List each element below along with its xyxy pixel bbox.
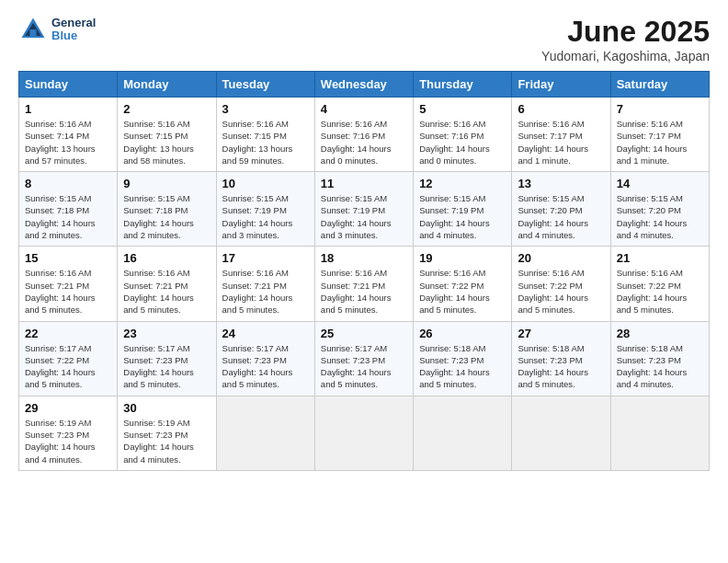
subtitle: Yudomari, Kagoshima, Japan <box>541 49 710 63</box>
calendar-cell <box>414 396 512 470</box>
logo-icon <box>18 15 48 44</box>
calendar-cell: 9Sunrise: 5:15 AM Sunset: 7:18 PM Daylig… <box>118 172 216 247</box>
calendar-cell: 15Sunrise: 5:16 AM Sunset: 7:21 PM Dayli… <box>19 247 118 321</box>
cell-content: Sunrise: 5:16 AM Sunset: 7:22 PM Dayligh… <box>419 267 506 316</box>
day-number: 1 <box>25 102 111 116</box>
day-number: 8 <box>25 177 111 190</box>
cell-content: Sunrise: 5:16 AM Sunset: 7:22 PM Dayligh… <box>617 267 703 316</box>
calendar-header-row: Sunday Monday Tuesday Wednesday Thursday… <box>19 72 710 98</box>
day-number: 26 <box>419 327 506 340</box>
calendar-cell: 22Sunrise: 5:17 AM Sunset: 7:22 PM Dayli… <box>19 321 118 396</box>
cell-content: Sunrise: 5:19 AM Sunset: 7:23 PM Dayligh… <box>25 417 111 465</box>
day-number: 28 <box>617 327 703 340</box>
col-sunday: Sunday <box>19 72 118 98</box>
cell-content: Sunrise: 5:16 AM Sunset: 7:17 PM Dayligh… <box>617 118 703 167</box>
day-number: 14 <box>617 177 703 190</box>
col-monday: Monday <box>118 72 216 98</box>
cell-content: Sunrise: 5:16 AM Sunset: 7:16 PM Dayligh… <box>321 118 407 167</box>
logo: General Blue <box>18 15 96 44</box>
calendar-cell: 10Sunrise: 5:15 AM Sunset: 7:19 PM Dayli… <box>216 172 314 247</box>
calendar-week-3: 15Sunrise: 5:16 AM Sunset: 7:21 PM Dayli… <box>19 247 710 321</box>
col-wednesday: Wednesday <box>314 72 413 98</box>
calendar-cell: 17Sunrise: 5:16 AM Sunset: 7:21 PM Dayli… <box>216 247 314 321</box>
cell-content: Sunrise: 5:16 AM Sunset: 7:15 PM Dayligh… <box>123 118 210 167</box>
calendar-cell: 28Sunrise: 5:18 AM Sunset: 7:23 PM Dayli… <box>610 321 709 396</box>
calendar-cell: 5Sunrise: 5:16 AM Sunset: 7:16 PM Daylig… <box>414 98 512 172</box>
calendar-cell: 2Sunrise: 5:16 AM Sunset: 7:15 PM Daylig… <box>118 98 216 172</box>
day-number: 3 <box>222 102 309 116</box>
day-number: 25 <box>321 327 407 340</box>
calendar-cell <box>314 396 413 470</box>
day-number: 13 <box>518 177 604 190</box>
day-number: 29 <box>25 401 111 415</box>
day-number: 30 <box>123 401 210 415</box>
calendar-cell: 27Sunrise: 5:18 AM Sunset: 7:23 PM Dayli… <box>512 321 610 396</box>
logo-text: General Blue <box>51 17 96 43</box>
cell-content: Sunrise: 5:15 AM Sunset: 7:20 PM Dayligh… <box>518 192 604 241</box>
calendar-cell: 16Sunrise: 5:16 AM Sunset: 7:21 PM Dayli… <box>118 247 216 321</box>
calendar-cell: 12Sunrise: 5:15 AM Sunset: 7:19 PM Dayli… <box>414 172 512 247</box>
calendar-cell: 30Sunrise: 5:19 AM Sunset: 7:23 PM Dayli… <box>118 396 216 470</box>
day-number: 4 <box>321 102 407 116</box>
cell-content: Sunrise: 5:16 AM Sunset: 7:14 PM Dayligh… <box>25 118 111 167</box>
cell-content: Sunrise: 5:16 AM Sunset: 7:15 PM Dayligh… <box>222 118 309 167</box>
calendar-cell <box>512 396 610 470</box>
day-number: 10 <box>222 177 309 190</box>
cell-content: Sunrise: 5:18 AM Sunset: 7:23 PM Dayligh… <box>617 342 703 391</box>
cell-content: Sunrise: 5:16 AM Sunset: 7:21 PM Dayligh… <box>321 267 407 316</box>
title-block: June 2025 Yudomari, Kagoshima, Japan <box>541 15 710 63</box>
day-number: 21 <box>617 251 703 265</box>
day-number: 27 <box>518 327 604 340</box>
cell-content: Sunrise: 5:15 AM Sunset: 7:19 PM Dayligh… <box>419 192 506 241</box>
calendar-week-2: 8Sunrise: 5:15 AM Sunset: 7:18 PM Daylig… <box>19 172 710 247</box>
col-friday: Friday <box>512 72 610 98</box>
cell-content: Sunrise: 5:16 AM Sunset: 7:21 PM Dayligh… <box>222 267 309 316</box>
day-number: 15 <box>25 251 111 265</box>
day-number: 7 <box>617 102 703 116</box>
calendar-week-1: 1Sunrise: 5:16 AM Sunset: 7:14 PM Daylig… <box>19 98 710 172</box>
cell-content: Sunrise: 5:15 AM Sunset: 7:18 PM Dayligh… <box>25 192 111 241</box>
calendar-cell: 18Sunrise: 5:16 AM Sunset: 7:21 PM Dayli… <box>314 247 413 321</box>
day-number: 9 <box>123 177 210 190</box>
calendar-cell: 4Sunrise: 5:16 AM Sunset: 7:16 PM Daylig… <box>314 98 413 172</box>
calendar-cell: 19Sunrise: 5:16 AM Sunset: 7:22 PM Dayli… <box>414 247 512 321</box>
day-number: 19 <box>419 251 506 265</box>
cell-content: Sunrise: 5:17 AM Sunset: 7:23 PM Dayligh… <box>123 342 210 391</box>
day-number: 2 <box>123 102 210 116</box>
day-number: 17 <box>222 251 309 265</box>
day-number: 23 <box>123 327 210 340</box>
calendar-cell: 14Sunrise: 5:15 AM Sunset: 7:20 PM Dayli… <box>610 172 709 247</box>
calendar-cell: 21Sunrise: 5:16 AM Sunset: 7:22 PM Dayli… <box>610 247 709 321</box>
calendar-table: Sunday Monday Tuesday Wednesday Thursday… <box>18 71 710 471</box>
cell-content: Sunrise: 5:15 AM Sunset: 7:18 PM Dayligh… <box>123 192 210 241</box>
cell-content: Sunrise: 5:16 AM Sunset: 7:21 PM Dayligh… <box>25 267 111 316</box>
calendar-cell: 13Sunrise: 5:15 AM Sunset: 7:20 PM Dayli… <box>512 172 610 247</box>
day-number: 18 <box>321 251 407 265</box>
calendar-cell: 1Sunrise: 5:16 AM Sunset: 7:14 PM Daylig… <box>19 98 118 172</box>
day-number: 12 <box>419 177 506 190</box>
calendar-cell: 20Sunrise: 5:16 AM Sunset: 7:22 PM Dayli… <box>512 247 610 321</box>
calendar-cell: 7Sunrise: 5:16 AM Sunset: 7:17 PM Daylig… <box>610 98 709 172</box>
cell-content: Sunrise: 5:15 AM Sunset: 7:19 PM Dayligh… <box>321 192 407 241</box>
header: General Blue June 2025 Yudomari, Kagoshi… <box>18 15 710 63</box>
calendar-cell: 24Sunrise: 5:17 AM Sunset: 7:23 PM Dayli… <box>216 321 314 396</box>
day-number: 22 <box>25 327 111 340</box>
day-number: 11 <box>321 177 407 190</box>
calendar-cell <box>610 396 709 470</box>
day-number: 6 <box>518 102 604 116</box>
main-title: June 2025 <box>541 15 710 49</box>
day-number: 16 <box>123 251 210 265</box>
col-saturday: Saturday <box>610 72 709 98</box>
calendar-cell: 11Sunrise: 5:15 AM Sunset: 7:19 PM Dayli… <box>314 172 413 247</box>
col-tuesday: Tuesday <box>216 72 314 98</box>
calendar-cell: 23Sunrise: 5:17 AM Sunset: 7:23 PM Dayli… <box>118 321 216 396</box>
calendar-week-5: 29Sunrise: 5:19 AM Sunset: 7:23 PM Dayli… <box>19 396 710 470</box>
cell-content: Sunrise: 5:16 AM Sunset: 7:22 PM Dayligh… <box>518 267 604 316</box>
page: General Blue June 2025 Yudomari, Kagoshi… <box>0 0 728 486</box>
cell-content: Sunrise: 5:16 AM Sunset: 7:17 PM Dayligh… <box>518 118 604 167</box>
cell-content: Sunrise: 5:15 AM Sunset: 7:19 PM Dayligh… <box>222 192 309 241</box>
calendar-cell: 29Sunrise: 5:19 AM Sunset: 7:23 PM Dayli… <box>19 396 118 470</box>
calendar-cell <box>216 396 314 470</box>
calendar-cell: 26Sunrise: 5:18 AM Sunset: 7:23 PM Dayli… <box>414 321 512 396</box>
calendar-cell: 6Sunrise: 5:16 AM Sunset: 7:17 PM Daylig… <box>512 98 610 172</box>
